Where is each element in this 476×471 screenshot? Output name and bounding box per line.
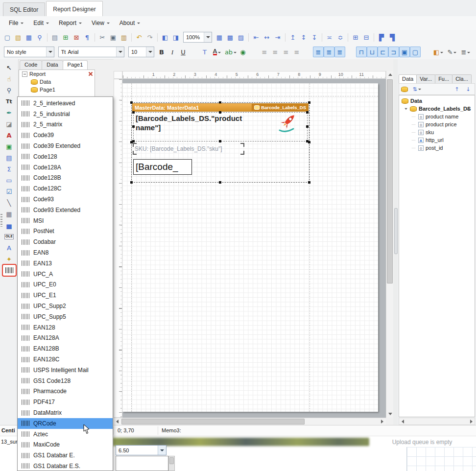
toolbar-button[interactable] — [45, 32, 49, 43]
rich-text-icon[interactable]: ▭ — [3, 175, 16, 186]
barcode-menu-item[interactable]: EAN128 — [18, 322, 113, 333]
line-object-icon[interactable]: ╲ — [3, 197, 16, 208]
barcode-menu-item[interactable]: Pharmacode — [18, 386, 113, 397]
close-icon[interactable] — [88, 71, 93, 76]
frame-bottom-icon[interactable]: ⊔ — [367, 47, 378, 57]
dialog-control-icon[interactable]: ✦ — [3, 254, 16, 264]
save-icon[interactable]: ▦ — [24, 32, 34, 43]
toolbar-button[interactable] — [155, 32, 160, 43]
undo-icon[interactable]: ↶ — [134, 32, 144, 43]
open-file-icon[interactable]: ▧ — [13, 32, 24, 43]
chart-object-icon[interactable]: ▅ — [3, 220, 16, 231]
align-v-centers-icon[interactable]: ↕ — [298, 32, 309, 43]
field-node[interactable]: 0 product name — [399, 113, 475, 120]
barcode-object-icon[interactable] — [3, 265, 16, 276]
fill-color-icon[interactable]: ◧ — [431, 47, 445, 57]
report-tree-item[interactable]: Page1 — [19, 86, 95, 94]
selection-handle[interactable] — [308, 181, 310, 184]
text-object-icon[interactable]: A — [3, 130, 16, 141]
collapse-box-icon[interactable] — [22, 71, 27, 77]
data-panel-tab[interactable]: Cla... — [452, 74, 472, 83]
data-panel-tab[interactable]: Fu... — [435, 74, 452, 83]
barcode-menu-item[interactable]: MSI — [18, 215, 113, 226]
system-text-icon[interactable]: Σ — [3, 164, 16, 174]
barcode-menu-item[interactable]: UPC_E1 — [18, 290, 113, 301]
new-report-icon[interactable]: ▢ — [2, 32, 13, 43]
toolbar-button[interactable] — [345, 47, 356, 57]
text-rotation-icon[interactable]: T — [199, 47, 210, 57]
select-tool-icon[interactable]: ↖ — [3, 62, 16, 73]
frame-none-icon[interactable]: ▢ — [410, 47, 421, 57]
page-tab[interactable]: Data — [42, 60, 63, 70]
copy-icon[interactable]: ▣ — [108, 32, 119, 43]
barcode-menu-item[interactable]: 2_5_matrix — [18, 119, 113, 130]
page-surface[interactable]: MasterData: MasterData1 Barcode_Labels_D… — [122, 79, 386, 418]
redo-icon[interactable]: ↷ — [144, 32, 155, 43]
barcode-menu-item[interactable]: Code128A — [18, 162, 113, 173]
band-object-icon[interactable]: ▤ — [3, 152, 16, 163]
scroll-down-icon[interactable] — [386, 410, 394, 418]
frame-top-icon[interactable]: ⊓ — [356, 47, 367, 57]
report-tree-root[interactable]: Report — [19, 70, 95, 78]
scroll-left-icon[interactable] — [114, 418, 121, 425]
barcode-menu-item[interactable]: GS1 Databar E. — [18, 450, 113, 461]
data-tree-root[interactable]: Data — [399, 97, 475, 105]
align-top-edges-icon[interactable]: ↥ — [287, 32, 298, 43]
bring-to-front-icon[interactable]: ▛ — [376, 32, 387, 43]
center-v-in-band-icon[interactable]: ⊟ — [361, 32, 372, 43]
splitter-grip[interactable] — [394, 208, 398, 254]
data-panel-scrollbar[interactable] — [399, 418, 475, 425]
align-left-edges-icon[interactable]: ⇤ — [251, 32, 262, 43]
barcode-menu-item[interactable]: UPC_Supp2 — [18, 301, 113, 311]
align-text-right-icon[interactable]: ≡ — [281, 47, 291, 57]
barcode-menu-item[interactable]: EAN13 — [18, 258, 113, 269]
report-tree-item[interactable]: Data — [19, 78, 95, 86]
barcode-menu-item[interactable]: UPC_A — [18, 269, 113, 280]
toolbar-button[interactable] — [246, 32, 251, 43]
highlight-condition-icon[interactable]: ab — [224, 47, 238, 57]
italic-button[interactable]: I — [167, 47, 178, 57]
scroll-up-icon[interactable] — [386, 71, 394, 78]
page-settings-icon[interactable]: ¶ — [82, 32, 93, 43]
data-panel-tab[interactable]: Var... — [416, 74, 435, 83]
datasource-icon[interactable] — [401, 85, 408, 94]
barcode-menu-item[interactable]: 2_5_interleaved — [18, 98, 113, 109]
field-node[interactable]: 0 post_id — [399, 144, 475, 152]
datasource-node[interactable]: Barcode_Labels_DS — [399, 105, 475, 113]
horizontal-scrollbar[interactable] — [114, 418, 386, 425]
align-text-top-icon[interactable]: ≣ — [313, 47, 324, 57]
toolbar-button[interactable] — [421, 47, 431, 57]
barcode-menu-item[interactable]: Aztec — [18, 429, 113, 440]
barcode-object[interactable]: [Barcode_ — [133, 159, 192, 175]
justify-text-icon[interactable]: ≡ — [291, 47, 302, 57]
align-text-center-icon[interactable]: ≡ — [270, 47, 281, 57]
list-scroll-thumb[interactable] — [169, 457, 174, 464]
toolbar-grip[interactable] — [0, 214, 2, 227]
preview-icon[interactable]: ⚲ — [34, 32, 45, 43]
checkbox-object-icon[interactable]: ☑ — [3, 186, 16, 197]
hyperlink-icon[interactable]: ◉ — [238, 47, 248, 57]
barcode-menu-item[interactable]: UPC_Supp5 — [18, 311, 113, 322]
field-node[interactable]: 0 product price — [399, 120, 475, 128]
barcode-menu-item[interactable]: USPS Intelligent Mail — [18, 365, 113, 376]
barcode-menu-item[interactable]: Code39 — [18, 130, 113, 141]
memo-sku[interactable]: SKU: [Barcode_Labels_DS."sku"] — [133, 143, 244, 154]
font-color-icon[interactable]: A — [210, 47, 224, 57]
size-combo-list[interactable] — [116, 456, 168, 471]
barcode-menu-item[interactable]: GS1 Databar E.S. — [18, 461, 113, 471]
font-dropdown-icon[interactable] — [116, 47, 124, 57]
collapse-icon[interactable] — [467, 107, 471, 110]
align-bottom-edges-icon[interactable]: ↧ — [309, 32, 320, 43]
show-grid-icon[interactable]: ▦ — [214, 32, 225, 43]
window-tab[interactable]: Report Designer — [46, 1, 102, 17]
masterdata-band-header[interactable]: MasterData: MasterData1 Barcode_Labels_D… — [132, 103, 309, 112]
zoom-dropdown-icon[interactable] — [204, 32, 212, 42]
text-edit-tool-icon[interactable]: Tt — [3, 96, 16, 107]
selection-handle[interactable] — [219, 181, 221, 184]
vertical-scroll-thumb[interactable] — [387, 79, 393, 283]
toolbar-button[interactable] — [372, 32, 376, 43]
table-object-icon[interactable]: ▦ — [3, 209, 16, 219]
barcode-menu-item[interactable]: Code93 Extended — [18, 205, 113, 215]
barcode-menu-item[interactable]: EAN128C — [18, 354, 113, 365]
selection-handle[interactable] — [306, 111, 309, 114]
